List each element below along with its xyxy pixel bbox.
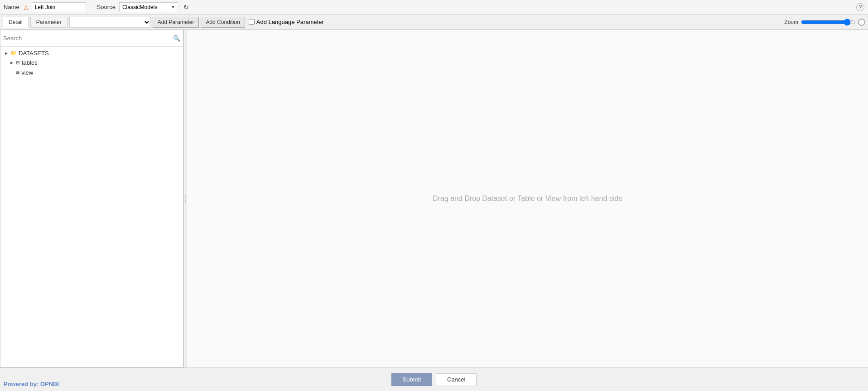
add-condition-button[interactable]: Add Condition bbox=[201, 17, 245, 28]
tab-detail[interactable]: Detail bbox=[3, 17, 29, 28]
panel-resizer[interactable] bbox=[183, 30, 187, 367]
name-input[interactable] bbox=[32, 2, 86, 12]
cancel-button[interactable]: Cancel bbox=[436, 373, 477, 386]
add-language-wrapper: Add Language Parameter bbox=[249, 19, 324, 25]
tree-label-tables: tables bbox=[22, 59, 38, 66]
left-panel: 🔍 ► 📁 DATASETS ► ⊞ tables ► ≡ view bbox=[0, 30, 183, 367]
bottom-bar: Submit Cancel Powered by: OPNBI bbox=[0, 367, 868, 391]
warning-icon: △ bbox=[24, 4, 28, 10]
tree-item-datasets[interactable]: ► 📁 DATASETS bbox=[0, 48, 183, 58]
powered-by-brand: OPNBI bbox=[40, 381, 59, 387]
tab-parameter[interactable]: Parameter bbox=[30, 17, 68, 28]
help-icon[interactable]: ? bbox=[856, 3, 864, 11]
source-select[interactable]: ClassicModels bbox=[119, 2, 178, 12]
drop-hint-text: Drag and Drop Dataset or Table or View f… bbox=[433, 195, 622, 203]
zoom-section: Zoom bbox=[784, 19, 865, 26]
search-input[interactable] bbox=[3, 35, 173, 42]
tree-container: ► 📁 DATASETS ► ⊞ tables ► ≡ view bbox=[0, 47, 183, 367]
table-icon-tables: ⊞ bbox=[16, 60, 20, 66]
powered-by-prefix: Powered by: bbox=[4, 381, 40, 387]
zoom-label: Zoom bbox=[784, 19, 798, 25]
main-content: 🔍 ► 📁 DATASETS ► ⊞ tables ► ≡ view bbox=[0, 30, 868, 367]
top-bar: Name △ Source ClassicModels ▼ ↻ ? bbox=[0, 0, 868, 14]
tree-arrow-datasets: ► bbox=[4, 51, 9, 56]
tree-label-datasets: DATASETS bbox=[19, 50, 49, 57]
search-icon: 🔍 bbox=[173, 35, 180, 42]
refresh-icon[interactable]: ↻ bbox=[183, 4, 189, 11]
tree-item-view[interactable]: ► ≡ view bbox=[0, 67, 183, 77]
submit-button[interactable]: Submit bbox=[391, 373, 432, 386]
tree-item-tables[interactable]: ► ⊞ tables bbox=[0, 58, 183, 67]
source-wrapper: ClassicModels ▼ bbox=[119, 2, 178, 12]
add-language-label: Add Language Parameter bbox=[256, 19, 324, 25]
view-icon-view: ≡ bbox=[16, 69, 19, 76]
add-parameter-button[interactable]: Add Parameter bbox=[153, 17, 199, 28]
zoom-circle-indicator bbox=[858, 19, 865, 26]
parameter-dropdown[interactable] bbox=[69, 17, 151, 28]
tree-label-view: view bbox=[21, 69, 33, 76]
tree-arrow-tables: ► bbox=[10, 60, 14, 65]
zoom-slider[interactable] bbox=[801, 19, 855, 26]
folder-icon-datasets: 📁 bbox=[10, 50, 17, 56]
powered-by: Powered by: OPNBI bbox=[4, 381, 59, 387]
resizer-dots bbox=[185, 195, 186, 203]
source-label: Source bbox=[97, 4, 116, 10]
search-bar: 🔍 bbox=[0, 30, 183, 47]
canvas-panel: Drag and Drop Dataset or Table or View f… bbox=[187, 30, 868, 367]
add-language-checkbox[interactable] bbox=[249, 19, 255, 25]
toolbar: Detail Parameter Add Parameter Add Condi… bbox=[0, 14, 868, 30]
name-label: Name bbox=[4, 4, 19, 10]
